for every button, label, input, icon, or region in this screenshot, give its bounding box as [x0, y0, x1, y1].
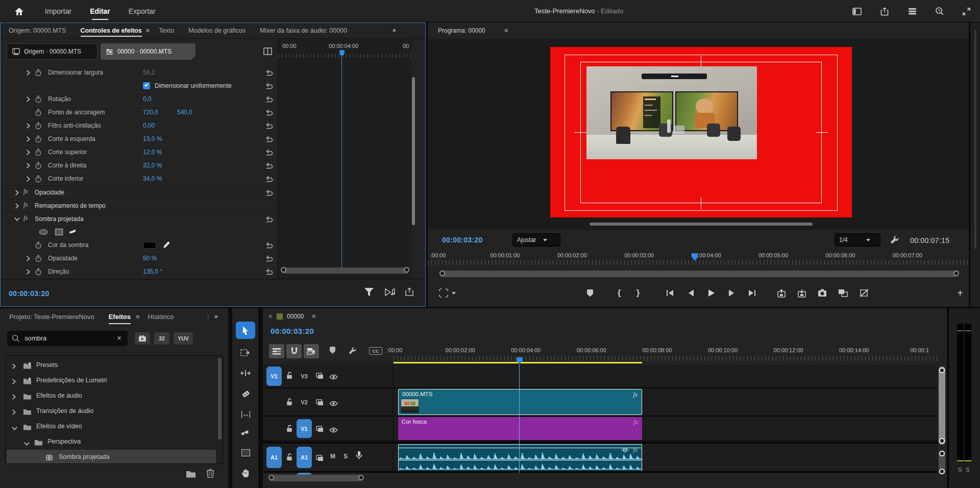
expander-chevron-icon[interactable] [12, 377, 18, 383]
extract-icon[interactable] [795, 286, 808, 300]
close-sequence-icon[interactable]: × [268, 312, 273, 320]
reset-param-icon[interactable] [264, 215, 274, 223]
expander-chevron-icon[interactable] [23, 135, 33, 143]
rect-mask-icon[interactable] [54, 228, 63, 236]
program-panel-menu-icon[interactable]: ≡ [504, 27, 508, 34]
track-target-v1[interactable]: V1 [297, 419, 312, 438]
clip-color-matte[interactable]: Cor fosca fx [398, 417, 642, 440]
stopwatch-keyframe-icon[interactable] [34, 68, 43, 77]
track-target-v2[interactable]: V2 [297, 393, 312, 412]
param-value[interactable]: 32,0 % [143, 162, 162, 169]
menu-item-exportar[interactable]: Exportar [129, 0, 156, 22]
step-forward-icon[interactable] [725, 286, 738, 300]
source-patch-a1[interactable]: A1 [266, 447, 282, 468]
clip-fx-badge[interactable]: fx [633, 391, 638, 399]
global-fx-mute-icon[interactable] [857, 286, 871, 300]
filter-properties-icon[interactable] [364, 287, 374, 299]
meter-solo-right[interactable]: S [966, 467, 969, 473]
pen-tool[interactable] [236, 425, 255, 442]
sync-lock-icon[interactable] [316, 425, 324, 434]
reset-param-icon[interactable] [264, 108, 274, 116]
param-value[interactable]: 12,0 % [143, 149, 162, 156]
search-icon[interactable] [934, 6, 945, 17]
stopwatch-keyframe-icon[interactable] [34, 175, 43, 183]
chevron-down-icon[interactable] [450, 286, 457, 300]
expander-chevron-icon[interactable] [23, 68, 33, 77]
expander-chevron-icon[interactable] [12, 188, 21, 197]
track-target-a1[interactable]: A1 [297, 447, 312, 468]
stopwatch-keyframe-icon[interactable] [34, 95, 43, 103]
voiceover-mic-icon[interactable] [356, 451, 362, 462]
panel-menu-icon[interactable]: ≡ [136, 313, 140, 321]
scrollbar-handle-left[interactable] [268, 475, 274, 480]
tree-item-2[interactable]: Efeitos de áudio [7, 388, 216, 404]
search-input[interactable]: sombra [24, 334, 46, 342]
workspaces-icon[interactable] [851, 6, 863, 17]
scrollbar-handle-left[interactable] [281, 267, 286, 273]
button-editor-plus-icon[interactable]: + [953, 286, 967, 300]
effect-panel-vscrollbar[interactable] [412, 77, 415, 225]
handle-bottom[interactable] [701, 197, 701, 209]
track-lock-icon[interactable] [286, 372, 293, 381]
scrollbar-handle-bottom[interactable] [939, 438, 945, 444]
reset-param-icon[interactable] [264, 135, 274, 143]
tree-item-3[interactable]: Transições de áudio [7, 404, 216, 419]
source-clip-button[interactable]: Origem · 00000.MTS [7, 43, 97, 60]
expander-chevron-icon[interactable] [23, 254, 33, 262]
clip-fx-badge[interactable]: fx [633, 419, 638, 426]
menu-item-editar[interactable]: Editar [90, 0, 110, 22]
param-value[interactable]: 50 % [143, 255, 157, 262]
32bit-effects-badge[interactable]: 32 [154, 332, 169, 345]
panel-overflow-chevron[interactable]: » [214, 313, 218, 320]
comparison-view-icon[interactable] [836, 286, 849, 300]
sequence-clip-button[interactable]: 00000 · 00000.MTS [101, 43, 195, 60]
color-matte-frame[interactable] [550, 47, 852, 217]
track-lock-icon[interactable] [286, 398, 293, 408]
razor-tool[interactable] [236, 385, 255, 402]
param-value[interactable]: 0,00 [143, 122, 155, 129]
param-value[interactable]: 58,2 [143, 69, 155, 76]
stopwatch-keyframe-icon[interactable] [34, 161, 43, 169]
menu-item-importar[interactable]: Importar [45, 0, 71, 22]
expander-chevron-icon[interactable] [23, 175, 33, 183]
publish-icon[interactable] [405, 287, 414, 299]
tab-3[interactable]: Modelos de gráficos [188, 23, 246, 38]
playback-resolution-dropdown[interactable]: 1/4 [835, 233, 880, 247]
play-audio-only-icon[interactable] [384, 288, 396, 299]
handle-left[interactable] [574, 132, 586, 133]
tree-item-4[interactable]: Efeitos de vídeo [7, 419, 216, 434]
sequence-tab-label[interactable]: 00000 [287, 313, 304, 320]
sync-lock-icon[interactable] [316, 399, 324, 408]
slip-tool[interactable]: |↔| [236, 405, 255, 423]
ripple-edit-tool[interactable] [236, 364, 255, 382]
tab-4[interactable]: Mixer da faixa de áudio: 00000 [260, 23, 347, 38]
program-ruler[interactable]: :00:0000:00:01:0000:00:02:0000:00:03:000… [428, 252, 969, 267]
clip-video-mts[interactable]: 00000.MTS fx [398, 389, 642, 415]
delete-trash-icon[interactable] [206, 469, 214, 480]
clip-audio-mts[interactable]: fx [398, 444, 642, 471]
source-patch-v1[interactable]: V1 [266, 367, 282, 386]
track-output-eye-icon[interactable] [329, 399, 338, 408]
reset-param-icon[interactable] [264, 148, 274, 156]
add-marker-icon[interactable] [583, 286, 597, 300]
expander-chevron-icon[interactable] [12, 423, 18, 429]
reset-param-icon[interactable] [264, 254, 274, 262]
accelerated-effects-badge[interactable] [135, 332, 150, 345]
timeline-video-vscrollbar[interactable] [939, 367, 945, 445]
eyedropper-icon[interactable] [161, 241, 170, 249]
share-icon[interactable] [879, 6, 890, 17]
program-timecode[interactable]: 00:00:03:20 [442, 236, 483, 244]
expander-chevron-icon[interactable] [12, 393, 18, 399]
meter-solo-left[interactable]: S [958, 467, 962, 473]
mute-button[interactable]: M [330, 453, 335, 460]
stopwatch-keyframe-icon[interactable] [34, 267, 43, 276]
program-hscrollbar[interactable] [440, 271, 959, 277]
ellipse-mask-icon[interactable] [39, 228, 48, 236]
stopwatch-keyframe-icon[interactable] [34, 108, 43, 116]
tree-vscrollbar[interactable] [218, 358, 222, 440]
tab-1[interactable]: Controles de efeitos [81, 23, 142, 38]
scrollbar-handle-right[interactable] [404, 267, 409, 273]
tree-item-1[interactable]: Predefinições de Lumetri [7, 373, 216, 388]
param-value[interactable]: 720,0 [143, 109, 158, 116]
selection-tool[interactable] [236, 322, 255, 339]
